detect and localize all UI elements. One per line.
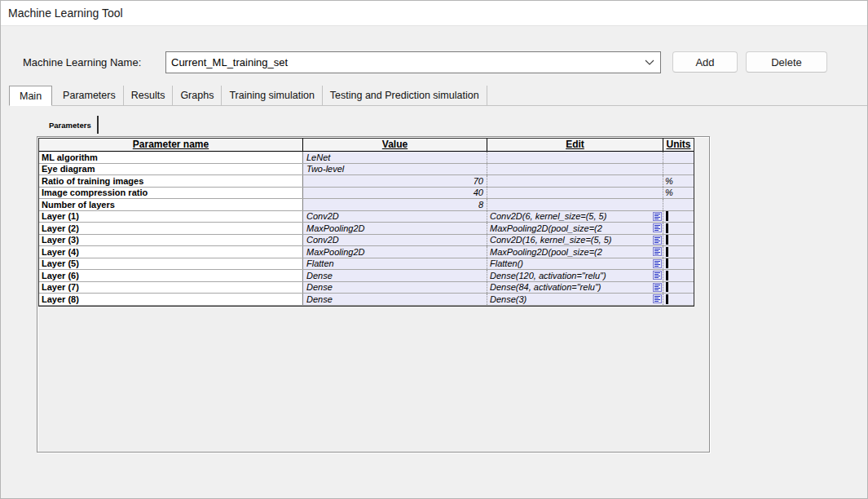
value-cell[interactable]: Conv2D [302,211,487,223]
table-row: Eye diagramTwo-level [39,164,694,176]
table-row: Layer (6)DenseDense(120, activation="rel… [39,270,694,282]
table-row: Layer (8)DenseDense(3) [39,294,694,306]
units-cell[interactable] [663,223,694,234]
param-name-cell: Eye diagram [39,164,302,175]
param-name-cell: Layer (7) [39,282,302,294]
tab-results[interactable]: Results [124,86,174,105]
param-name-cell: Layer (5) [39,258,302,270]
units-cell[interactable] [663,282,694,294]
list-editor-icon[interactable] [653,271,662,280]
param-name-cell: Ratio of training images [39,175,302,187]
edit-cell[interactable]: Conv2D(6, kernel_size=(5, 5) [487,211,663,223]
edit-cell[interactable] [487,164,663,175]
edit-cell[interactable]: MaxPooling2D(pool_size=(2 [487,223,663,234]
chevron-down-icon[interactable] [639,60,660,65]
text-caret [666,223,668,233]
text-caret [666,282,668,292]
units-cell[interactable] [663,211,694,223]
param-name-cell: ML algorithm [39,152,302,163]
param-name-cell: Layer (4) [39,246,302,258]
edit-cell[interactable] [487,175,663,187]
value-cell[interactable]: Flatten [302,258,487,270]
table-row: Layer (5)FlattenFlatten() [39,258,694,271]
value-cell[interactable]: 70 [302,175,487,187]
edit-cell[interactable]: MaxPooling2D(pool_size=(2 [487,246,663,258]
add-button[interactable]: Add [672,51,738,73]
list-editor-icon[interactable] [653,283,662,292]
value-cell[interactable]: Dense [302,270,487,281]
value-cell[interactable]: Two-level [302,164,487,175]
text-caret [666,247,668,257]
column-header-parameter-name: Parameter name [39,139,302,151]
param-name-cell: Layer (2) [39,223,302,234]
value-cell[interactable]: MaxPooling2D [302,246,487,258]
list-editor-icon[interactable] [653,223,662,232]
units-cell[interactable] [663,294,694,305]
edit-cell[interactable]: Dense(120, activation="relu") [487,270,663,281]
tab-main[interactable]: Main [9,86,52,106]
value-cell[interactable]: 8 [302,199,487,210]
edit-cell[interactable]: Flatten() [487,258,663,270]
edit-cell[interactable]: Dense(3) [487,294,663,305]
table-row: Number of layers8 [39,199,694,211]
units-cell[interactable]: % [663,188,694,199]
edit-cell-text: Flatten() [490,258,653,269]
units-cell[interactable] [663,258,694,270]
delete-button[interactable]: Delete [746,51,827,73]
text-caret [666,294,668,304]
parameters-panel: Parameter name Value Edit Units ML algor… [37,136,710,453]
list-editor-icon[interactable] [653,212,662,221]
value-cell[interactable]: MaxPooling2D [302,223,487,234]
list-editor-icon[interactable] [653,294,662,303]
tab-testing-prediction-simulation[interactable]: Testing and Prediction simulation [323,86,487,105]
param-name-cell: Number of layers [39,199,302,210]
units-cell[interactable] [663,164,694,175]
value-cell[interactable]: LeNet [302,152,487,163]
units-cell[interactable] [663,235,694,246]
parameters-table: Parameter name Value Edit Units ML algor… [38,138,694,307]
column-header-edit: Edit [487,139,663,151]
value-cell[interactable]: Dense [302,282,487,294]
table-row: ML algorithmLeNet [39,152,694,164]
table-body: ML algorithmLeNetEye diagramTwo-levelRat… [39,152,694,306]
units-cell[interactable] [663,270,694,281]
tab-parameters[interactable]: Parameters [55,86,124,105]
list-editor-icon[interactable] [653,259,662,268]
ml-name-combobox-value: Current_ML_training_set [166,56,639,68]
table-row: Layer (4)MaxPooling2DMaxPooling2D(pool_s… [39,246,694,258]
app-window: Machine Learning Tool Machine Learning N… [0,0,868,499]
column-header-value: Value [302,139,487,151]
subtab-parameters[interactable]: Parameters [46,116,99,134]
table-row: Layer (2)MaxPooling2DMaxPooling2D(pool_s… [39,223,694,235]
edit-cell[interactable] [487,199,663,210]
table-row: Image compression ratio40% [39,188,694,200]
tab-graphs[interactable]: Graphs [173,86,222,105]
value-cell[interactable]: Conv2D [302,235,487,246]
title-bar: Machine Learning Tool [1,1,867,26]
table-row: Layer (7)DenseDense(84, activation="relu… [39,282,694,294]
main-tab-strip: Main Parameters Results Graphs Training … [9,86,867,106]
text-caret [666,235,668,245]
table-row: Ratio of training images70% [39,175,694,188]
units-cell[interactable]: % [663,175,694,187]
text-caret [666,258,668,268]
param-name-cell: Layer (1) [39,211,302,223]
list-editor-icon[interactable] [653,247,662,256]
units-cell[interactable] [663,246,694,258]
units-cell[interactable] [663,199,694,210]
tab-training-simulation[interactable]: Training simulation [222,86,322,105]
param-name-cell: Layer (3) [39,235,302,246]
edit-cell-text: Conv2D(6, kernel_size=(5, 5) [490,211,653,222]
units-cell[interactable] [663,152,694,163]
param-name-cell: Layer (6) [39,270,302,281]
value-cell[interactable]: 40 [302,188,487,199]
edit-cell-text: Conv2D(16, kernel_size=(5, 5) [490,235,653,245]
edit-cell[interactable] [487,188,663,199]
value-cell[interactable]: Dense [302,294,487,305]
edit-cell[interactable] [487,152,663,163]
edit-cell[interactable]: Conv2D(16, kernel_size=(5, 5) [487,235,663,246]
edit-cell[interactable]: Dense(84, activation="relu") [487,282,663,294]
edit-cell-text: MaxPooling2D(pool_size=(2 [490,247,653,258]
ml-name-combobox[interactable]: Current_ML_training_set [165,51,661,73]
list-editor-icon[interactable] [653,236,662,245]
